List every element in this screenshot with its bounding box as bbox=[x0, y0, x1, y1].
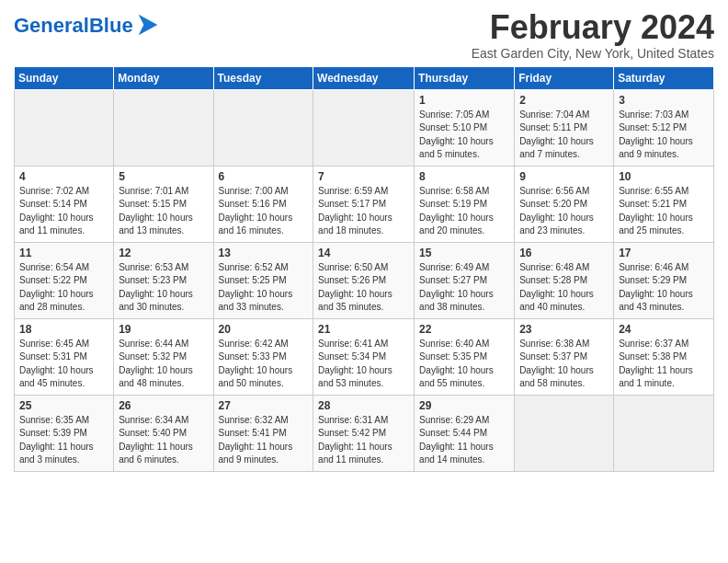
day-number: 17 bbox=[619, 247, 709, 259]
calendar-subtitle: East Garden City, New York, United State… bbox=[472, 46, 714, 61]
day-number: 19 bbox=[119, 323, 208, 336]
calendar-cell: 14Sunrise: 6:50 AM Sunset: 5:26 PM Dayli… bbox=[313, 242, 415, 318]
calendar-cell: 25Sunrise: 6:35 AM Sunset: 5:39 PM Dayli… bbox=[15, 395, 114, 471]
calendar-week-2: 4Sunrise: 7:02 AM Sunset: 5:14 PM Daylig… bbox=[15, 166, 714, 242]
day-info: Sunrise: 6:45 AM Sunset: 5:31 PM Dayligh… bbox=[19, 338, 108, 391]
calendar-cell: 6Sunrise: 7:00 AM Sunset: 5:16 PM Daylig… bbox=[213, 166, 313, 242]
day-info: Sunrise: 6:52 AM Sunset: 5:25 PM Dayligh… bbox=[219, 261, 309, 315]
calendar-cell: 24Sunrise: 6:37 AM Sunset: 5:38 PM Dayli… bbox=[614, 318, 714, 395]
calendar-title: February 2024 bbox=[472, 9, 714, 46]
day-number: 10 bbox=[619, 170, 709, 183]
calendar-cell: 8Sunrise: 6:58 AM Sunset: 5:19 PM Daylig… bbox=[415, 166, 515, 242]
day-info: Sunrise: 6:32 AM Sunset: 5:41 PM Dayligh… bbox=[219, 414, 309, 467]
day-number: 24 bbox=[619, 323, 709, 336]
day-info: Sunrise: 6:59 AM Sunset: 5:17 PM Dayligh… bbox=[318, 185, 409, 238]
calendar-cell: 19Sunrise: 6:44 AM Sunset: 5:32 PM Dayli… bbox=[114, 318, 213, 395]
calendar-cell bbox=[614, 395, 714, 471]
day-number: 26 bbox=[119, 399, 208, 412]
calendar-cell: 18Sunrise: 6:45 AM Sunset: 5:31 PM Dayli… bbox=[15, 318, 114, 395]
day-header-wednesday: Wednesday bbox=[313, 66, 415, 89]
day-info: Sunrise: 6:49 AM Sunset: 5:27 PM Dayligh… bbox=[419, 261, 509, 315]
day-info: Sunrise: 7:03 AM Sunset: 5:12 PM Dayligh… bbox=[619, 109, 709, 162]
calendar-cell bbox=[515, 395, 614, 471]
calendar-cell: 28Sunrise: 6:31 AM Sunset: 5:42 PM Dayli… bbox=[313, 395, 415, 471]
day-info: Sunrise: 7:02 AM Sunset: 5:14 PM Dayligh… bbox=[19, 185, 108, 238]
day-header-friday: Friday bbox=[515, 66, 614, 89]
day-number: 1 bbox=[419, 94, 509, 107]
day-info: Sunrise: 6:53 AM Sunset: 5:23 PM Dayligh… bbox=[119, 261, 208, 315]
calendar-week-4: 18Sunrise: 6:45 AM Sunset: 5:31 PM Dayli… bbox=[15, 318, 714, 395]
calendar-cell: 21Sunrise: 6:41 AM Sunset: 5:34 PM Dayli… bbox=[313, 318, 415, 395]
calendar-cell bbox=[15, 89, 114, 166]
day-info: Sunrise: 7:00 AM Sunset: 5:16 PM Dayligh… bbox=[219, 185, 309, 238]
day-header-sunday: Sunday bbox=[15, 66, 114, 89]
day-info: Sunrise: 6:44 AM Sunset: 5:32 PM Dayligh… bbox=[119, 338, 208, 391]
calendar-cell: 10Sunrise: 6:55 AM Sunset: 5:21 PM Dayli… bbox=[614, 166, 714, 242]
day-number: 16 bbox=[519, 247, 609, 259]
day-number: 18 bbox=[19, 323, 108, 336]
calendar-cell: 9Sunrise: 6:56 AM Sunset: 5:20 PM Daylig… bbox=[515, 166, 614, 242]
calendar-cell: 3Sunrise: 7:03 AM Sunset: 5:12 PM Daylig… bbox=[614, 89, 714, 166]
calendar-header: SundayMondayTuesdayWednesdayThursdayFrid… bbox=[15, 66, 714, 89]
day-info: Sunrise: 6:40 AM Sunset: 5:35 PM Dayligh… bbox=[419, 338, 509, 391]
calendar-cell: 16Sunrise: 6:48 AM Sunset: 5:28 PM Dayli… bbox=[515, 242, 614, 318]
day-info: Sunrise: 6:38 AM Sunset: 5:37 PM Dayligh… bbox=[519, 338, 609, 391]
day-number: 25 bbox=[19, 399, 108, 412]
calendar-cell: 20Sunrise: 6:42 AM Sunset: 5:33 PM Dayli… bbox=[213, 318, 313, 395]
day-number: 2 bbox=[519, 94, 609, 107]
day-info: Sunrise: 6:34 AM Sunset: 5:40 PM Dayligh… bbox=[119, 414, 208, 467]
day-info: Sunrise: 7:01 AM Sunset: 5:15 PM Dayligh… bbox=[119, 185, 208, 238]
day-number: 14 bbox=[318, 247, 409, 259]
day-number: 29 bbox=[419, 399, 509, 412]
day-number: 27 bbox=[219, 399, 309, 412]
day-number: 12 bbox=[119, 247, 208, 259]
day-number: 8 bbox=[419, 170, 509, 183]
day-number: 7 bbox=[318, 170, 409, 183]
calendar-cell: 23Sunrise: 6:38 AM Sunset: 5:37 PM Dayli… bbox=[515, 318, 614, 395]
day-header-thursday: Thursday bbox=[415, 66, 515, 89]
day-number: 4 bbox=[19, 170, 108, 183]
page-header: GeneralBlue February 2024 East Garden Ci… bbox=[14, 9, 714, 61]
day-info: Sunrise: 7:05 AM Sunset: 5:10 PM Dayligh… bbox=[419, 109, 509, 162]
day-number: 28 bbox=[318, 399, 409, 412]
calendar-cell: 11Sunrise: 6:54 AM Sunset: 5:22 PM Dayli… bbox=[15, 242, 114, 318]
day-info: Sunrise: 6:55 AM Sunset: 5:21 PM Dayligh… bbox=[619, 185, 709, 238]
calendar-week-5: 25Sunrise: 6:35 AM Sunset: 5:39 PM Dayli… bbox=[15, 395, 714, 471]
day-number: 15 bbox=[419, 247, 509, 259]
day-number: 13 bbox=[219, 247, 309, 259]
day-number: 22 bbox=[419, 323, 509, 336]
day-number: 5 bbox=[119, 170, 208, 183]
day-info: Sunrise: 6:37 AM Sunset: 5:38 PM Dayligh… bbox=[619, 338, 709, 391]
calendar-cell: 27Sunrise: 6:32 AM Sunset: 5:41 PM Dayli… bbox=[213, 395, 313, 471]
calendar-cell: 26Sunrise: 6:34 AM Sunset: 5:40 PM Dayli… bbox=[114, 395, 213, 471]
calendar-cell: 2Sunrise: 7:04 AM Sunset: 5:11 PM Daylig… bbox=[515, 89, 614, 166]
day-info: Sunrise: 6:29 AM Sunset: 5:44 PM Dayligh… bbox=[419, 414, 509, 467]
calendar-cell: 22Sunrise: 6:40 AM Sunset: 5:35 PM Dayli… bbox=[415, 318, 515, 395]
svg-marker-0 bbox=[138, 15, 157, 35]
day-info: Sunrise: 6:46 AM Sunset: 5:29 PM Dayligh… bbox=[619, 261, 709, 315]
title-area: February 2024 East Garden City, New York… bbox=[472, 9, 714, 61]
day-header-monday: Monday bbox=[114, 66, 213, 89]
day-number: 23 bbox=[519, 323, 609, 336]
calendar-cell: 7Sunrise: 6:59 AM Sunset: 5:17 PM Daylig… bbox=[313, 166, 415, 242]
day-header-tuesday: Tuesday bbox=[213, 66, 313, 89]
calendar-cell bbox=[213, 89, 313, 166]
calendar-cell: 12Sunrise: 6:53 AM Sunset: 5:23 PM Dayli… bbox=[114, 242, 213, 318]
calendar-cell: 4Sunrise: 7:02 AM Sunset: 5:14 PM Daylig… bbox=[15, 166, 114, 242]
calendar-week-3: 11Sunrise: 6:54 AM Sunset: 5:22 PM Dayli… bbox=[15, 242, 714, 318]
day-info: Sunrise: 6:41 AM Sunset: 5:34 PM Dayligh… bbox=[318, 338, 409, 391]
day-number: 9 bbox=[519, 170, 609, 183]
day-info: Sunrise: 6:54 AM Sunset: 5:22 PM Dayligh… bbox=[19, 261, 108, 315]
day-info: Sunrise: 6:50 AM Sunset: 5:26 PM Dayligh… bbox=[318, 261, 409, 315]
day-info: Sunrise: 6:58 AM Sunset: 5:19 PM Dayligh… bbox=[419, 185, 509, 238]
calendar-cell: 17Sunrise: 6:46 AM Sunset: 5:29 PM Dayli… bbox=[614, 242, 714, 318]
day-info: Sunrise: 6:31 AM Sunset: 5:42 PM Dayligh… bbox=[318, 414, 409, 467]
calendar-table: SundayMondayTuesdayWednesdayThursdayFrid… bbox=[14, 66, 714, 472]
calendar-cell: 13Sunrise: 6:52 AM Sunset: 5:25 PM Dayli… bbox=[213, 242, 313, 318]
logo: GeneralBlue bbox=[14, 13, 161, 39]
calendar-cell: 15Sunrise: 6:49 AM Sunset: 5:27 PM Dayli… bbox=[415, 242, 515, 318]
logo-icon bbox=[135, 13, 161, 39]
day-number: 11 bbox=[19, 247, 108, 259]
calendar-week-1: 1Sunrise: 7:05 AM Sunset: 5:10 PM Daylig… bbox=[15, 89, 714, 166]
day-number: 6 bbox=[219, 170, 309, 183]
